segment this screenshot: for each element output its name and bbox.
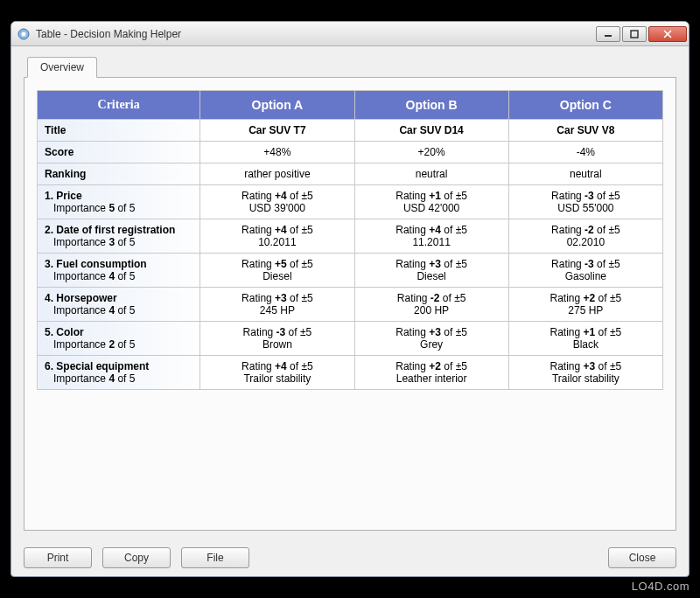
maximize-button[interactable] [622,26,647,42]
value-cell: rather positive [200,163,354,185]
row-criterion-6: 6. Special equipmentImportance 4 of 5Rat… [38,356,663,390]
header-criteria: Criteria [38,91,200,120]
row-criterion-4: 4. HorsepowerImportance 4 of 5Rating +3 … [38,288,663,322]
window-title: Table - Decision Making Helper [36,28,596,40]
print-button[interactable]: Print [24,547,92,568]
row-title: TitleCar SUV T7Car SUV D14Car SUV V8 [38,120,663,142]
value-cell: Rating +1 of ±5Black [508,322,662,356]
row-criterion-1: 1. PriceImportance 5 of 5Rating +4 of ±5… [38,185,663,219]
titlebar: Table - Decision Making Helper [11,22,689,46]
copy-button[interactable]: Copy [102,547,171,568]
value-cell: Rating +4 of ±5USD 39'000 [200,185,354,219]
value-cell: Rating -3 of ±5Gasoline [508,254,662,288]
value-cell: Rating +2 of ±5275 HP [508,288,662,322]
criteria-cell: 2. Date of first registrationImportance … [38,219,200,254]
decision-table: Criteria Option A Option B Option C Titl… [37,90,663,390]
value-cell: -4% [508,142,662,163]
value-cell: Rating +4 of ±5Trailor stability [200,356,354,390]
header-option-a: Option A [200,91,354,120]
client-area: Overview Criteria Option A Option B Opti… [11,46,689,539]
minimize-button[interactable] [596,26,620,42]
value-cell: Rating +3 of ±5Diesel [354,254,508,288]
row-criterion-2: 2. Date of first registrationImportance … [38,219,663,254]
criteria-cell: Score [38,142,200,163]
value-cell: neutral [354,163,508,185]
app-icon [17,27,31,41]
criteria-cell: 6. Special equipmentImportance 4 of 5 [38,356,200,390]
value-cell: Rating +4 of ±511.2011 [354,219,508,254]
value-cell: Rating +3 of ±5Grey [354,322,508,356]
value-cell: neutral [508,163,662,185]
value-cell: Rating -3 of ±5Brown [200,322,354,356]
tab-overview[interactable]: Overview [27,57,97,78]
close-window-button[interactable] [648,26,687,42]
file-button[interactable]: File [181,547,249,568]
row-ranking: Rankingrather positiveneutralneutral [38,163,663,185]
value-cell: Rating +5 of ±5Diesel [200,254,354,288]
value-cell: +20% [354,142,508,163]
table-header-row: Criteria Option A Option B Option C [38,91,663,120]
row-criterion-3: 3. Fuel consumptionImportance 4 of 5Rati… [38,254,663,288]
criteria-cell: 3. Fuel consumptionImportance 4 of 5 [38,254,200,288]
value-cell: Rating -2 of ±502.2010 [508,219,662,254]
row-criterion-5: 5. ColorImportance 2 of 5Rating -3 of ±5… [38,322,663,356]
row-score: Score+48%+20%-4% [38,142,663,163]
criteria-cell: Ranking [38,163,200,185]
criteria-cell: 5. ColorImportance 2 of 5 [38,322,200,356]
criteria-cell: 4. HorsepowerImportance 4 of 5 [38,288,200,322]
tab-strip: Overview [24,57,676,78]
value-cell: Rating +3 of ±5Trailor stability [508,356,662,390]
close-button[interactable]: Close [608,547,676,568]
value-cell: Car SUV D14 [354,120,508,142]
svg-point-1 [22,31,26,36]
criteria-cell: Title [38,120,200,142]
value-cell: Rating +2 of ±5Leather interior [354,356,508,390]
value-cell: Rating +4 of ±510.2011 [200,219,354,254]
window: Table - Decision Making Helper Overview … [10,21,690,577]
tab-panel: Criteria Option A Option B Option C Titl… [24,77,676,531]
value-cell: Rating +1 of ±5USD 42'000 [354,185,508,219]
value-cell: Rating +3 of ±5245 HP [200,288,354,322]
window-buttons [596,26,687,42]
value-cell: Car SUV T7 [200,120,354,142]
header-option-c: Option C [508,91,662,120]
value-cell: Rating -3 of ±5USD 55'000 [508,185,662,219]
value-cell: Rating -2 of ±5200 HP [354,288,508,322]
value-cell: +48% [200,142,354,163]
criteria-cell: 1. PriceImportance 5 of 5 [38,185,200,219]
value-cell: Car SUV V8 [508,120,662,142]
watermark: LO4D.com [632,580,690,593]
svg-rect-3 [631,31,638,38]
header-option-b: Option B [354,91,508,120]
footer: Print Copy File Close [11,539,689,576]
